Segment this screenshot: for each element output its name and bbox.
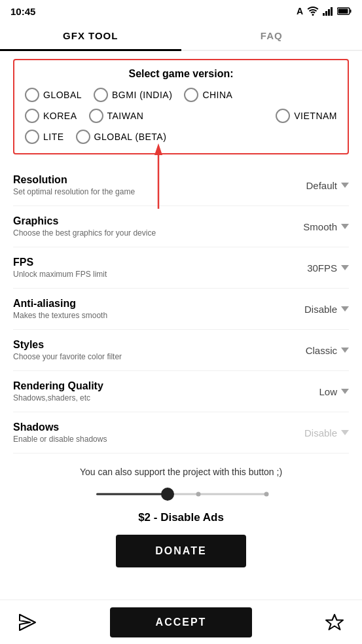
radio-global-beta[interactable] xyxy=(76,130,90,144)
svg-rect-3 xyxy=(331,7,333,16)
setting-control-rendering[interactable]: Low xyxy=(319,386,349,397)
chevron-antialiasing xyxy=(341,306,349,312)
setting-row-antialiasing: Anti-aliasing Makes the textures smooth … xyxy=(13,289,349,330)
status-time: 10:45 xyxy=(10,6,35,17)
svg-marker-8 xyxy=(154,143,162,155)
setting-row-shadows: Shadows Enable or disable shadows Disabl… xyxy=(13,412,349,454)
version-label-global-beta: GLOBAL (BETA) xyxy=(94,132,167,142)
setting-value-fps: 30FPS xyxy=(307,262,337,274)
svg-rect-0 xyxy=(323,13,325,16)
chevron-shadows xyxy=(341,430,349,435)
setting-desc-fps: Unlock maximum FPS limit xyxy=(13,270,307,279)
setting-value-antialiasing: Disable xyxy=(304,304,337,315)
chevron-fps xyxy=(341,265,349,270)
radio-bgmi[interactable] xyxy=(94,88,108,102)
setting-control-antialiasing[interactable]: Disable xyxy=(304,304,349,315)
setting-control-graphics[interactable]: Smooth xyxy=(303,221,349,232)
version-option-global-beta[interactable]: GLOBAL (BETA) xyxy=(76,130,167,144)
share-icon xyxy=(18,613,37,632)
svg-rect-6 xyxy=(338,9,348,14)
status-icons: A xyxy=(297,6,352,16)
star-icon xyxy=(325,613,344,632)
chevron-graphics xyxy=(341,224,349,229)
slider-container[interactable] xyxy=(96,488,266,501)
setting-row-fps: FPS Unlock maximum FPS limit 30FPS xyxy=(13,247,349,289)
setting-value-resolution: Default xyxy=(306,180,337,191)
version-label-bgmi: BGMI (INDIA) xyxy=(112,90,172,100)
version-option-bgmi[interactable]: BGMI (INDIA) xyxy=(94,88,172,102)
support-text: You can also support the project with th… xyxy=(13,467,349,477)
radio-lite[interactable] xyxy=(25,130,39,144)
version-option-taiwan[interactable]: TAIWAN xyxy=(89,109,144,123)
setting-control-shadows: Disable xyxy=(304,427,349,438)
tab-faq[interactable]: FAQ xyxy=(181,21,363,50)
radio-korea[interactable] xyxy=(25,109,39,123)
svg-rect-2 xyxy=(328,9,330,16)
tab-bar: GFX TOOL FAQ xyxy=(0,21,362,51)
slider-fill xyxy=(96,493,168,495)
setting-control-styles[interactable]: Classic xyxy=(306,345,349,356)
version-label-china: CHINA xyxy=(202,90,232,100)
setting-control-fps[interactable]: 30FPS xyxy=(307,262,349,274)
version-label-global: GLOBAL xyxy=(43,90,82,100)
setting-name-graphics: Graphics xyxy=(13,215,303,227)
setting-desc-shadows: Enable or disable shadows xyxy=(13,435,304,444)
chevron-resolution xyxy=(341,183,349,188)
accept-button[interactable]: ACCEPT xyxy=(110,607,253,637)
version-title: Select game version: xyxy=(25,68,337,80)
version-option-lite[interactable]: LITE xyxy=(25,130,64,144)
setting-control-resolution[interactable]: Default xyxy=(306,180,349,191)
setting-name-resolution: Resolution xyxy=(13,174,306,186)
radio-china[interactable] xyxy=(184,88,198,102)
setting-row-resolution: Resolution Set optimal resolution for th… xyxy=(13,165,349,206)
version-selector-box: Select game version: GLOBAL BGMI (INDIA)… xyxy=(13,59,349,154)
setting-value-styles: Classic xyxy=(306,345,337,356)
version-option-vietnam[interactable]: VIETNAM xyxy=(276,109,337,123)
radio-global[interactable] xyxy=(25,88,39,102)
svg-marker-10 xyxy=(326,615,343,630)
bottom-bar: ACCEPT xyxy=(0,599,362,644)
donate-button[interactable]: DONATE xyxy=(116,535,245,567)
chevron-styles xyxy=(341,348,349,353)
svg-rect-1 xyxy=(325,11,327,16)
settings-list: Resolution Set optimal resolution for th… xyxy=(13,165,349,454)
setting-name-rendering: Rendering Quality xyxy=(13,380,319,392)
setting-name-fps: FPS xyxy=(13,257,307,268)
setting-row-rendering: Rendering Quality Shadows,shaders, etc L… xyxy=(13,371,349,412)
wifi-icon xyxy=(307,7,319,16)
tab-gfx-tool[interactable]: GFX TOOL xyxy=(0,21,181,51)
version-option-global[interactable]: GLOBAL xyxy=(25,88,82,102)
svg-marker-9 xyxy=(20,615,35,630)
setting-name-antialiasing: Anti-aliasing xyxy=(13,298,304,310)
setting-name-shadows: Shadows xyxy=(13,421,304,433)
setting-row-styles: Styles Choose your favorite color filter… xyxy=(13,330,349,371)
svg-rect-5 xyxy=(350,10,352,13)
setting-value-shadows: Disable xyxy=(304,427,337,438)
price-label: $2 - Disable Ads xyxy=(13,511,349,524)
version-label-vietnam: VIETNAM xyxy=(294,111,337,121)
setting-desc-styles: Choose your favorite color filter xyxy=(13,352,306,361)
radio-taiwan[interactable] xyxy=(89,109,103,123)
signal-icon xyxy=(323,7,333,16)
slider-dot-2 xyxy=(264,492,268,497)
radio-vietnam[interactable] xyxy=(276,109,290,123)
setting-value-rendering: Low xyxy=(319,386,337,397)
bookmark-button[interactable] xyxy=(323,611,346,634)
setting-value-graphics: Smooth xyxy=(303,221,337,232)
version-option-china[interactable]: CHINA xyxy=(184,88,232,102)
battery-icon xyxy=(337,7,352,15)
setting-name-styles: Styles xyxy=(13,339,306,351)
status-bar: 10:45 A xyxy=(0,0,362,21)
setting-desc-resolution: Set optimal resolution for the game xyxy=(13,187,306,196)
version-option-korea[interactable]: KOREA xyxy=(25,109,77,123)
a-icon: A xyxy=(297,6,303,16)
slider-dot-1 xyxy=(196,492,200,497)
share-button[interactable] xyxy=(16,611,39,634)
setting-row-graphics: Graphics Choose the best graphics for yo… xyxy=(13,206,349,247)
setting-desc-graphics: Choose the best graphics for your device xyxy=(13,228,303,238)
setting-desc-antialiasing: Makes the textures smooth xyxy=(13,311,304,320)
setting-desc-rendering: Shadows,shaders, etc xyxy=(13,393,319,402)
version-label-taiwan: TAIWAN xyxy=(107,111,144,121)
slider-thumb[interactable] xyxy=(161,488,174,501)
support-section: You can also support the project with th… xyxy=(13,454,349,574)
